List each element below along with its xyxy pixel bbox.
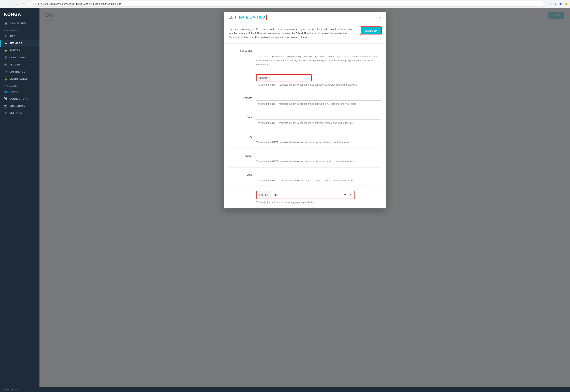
sidebar-label-connections: CONNECTIONS — [10, 98, 28, 100]
form-row-limit-by: limit by ip consumer credential ▼ The en… — [229, 187, 381, 209]
form-row-hour: hour The amount of HTTP requests the dev… — [229, 110, 381, 129]
form-row-consumer: consumer The CONSUMER ID that this plugi… — [229, 43, 381, 70]
sidebar-label-routes: ROUTES — [10, 49, 20, 52]
browser-chrome: ← → ↻ ⌂ 不安全 172.16.48.185:1337/#!/servic… — [0, 0, 570, 8]
dashboard-icon: ⊞ — [4, 22, 8, 25]
consumer-label: consumer — [229, 47, 252, 52]
sidebar-section-application: APPLICATION — [0, 83, 40, 88]
sidebar-label-consumers: CONSUMERS — [10, 56, 26, 59]
modal-title: EDIT RATE LIMITING — [229, 15, 267, 19]
consumer-input[interactable] — [256, 47, 381, 53]
sidebar-item-plugins[interactable]: 🔌 PLUGINS — [0, 61, 40, 68]
limit-by-label — [229, 191, 252, 192]
consumer-field-right: The CONSUMER ID that this plugin configu… — [256, 47, 381, 66]
day-help: The amount of HTTP requests the develope… — [256, 140, 381, 144]
bottom-bar: KONGA 0.14.9 — [0, 387, 570, 392]
browser-ext-icon1[interactable]: ● — [554, 2, 557, 6]
modal-close-button[interactable]: × — [379, 15, 381, 19]
second-input-label: second — [257, 75, 271, 81]
form-row-month: month The amount of HTTP requests the de… — [229, 149, 381, 168]
sidebar-item-dashboard[interactable]: ⊞ DASHBOARD — [0, 20, 40, 27]
month-label: month — [229, 153, 252, 157]
limit-by-select-row: limit by ip consumer credential ▼ — [256, 191, 355, 199]
sidebar-label-plugins: PLUGINS — [10, 63, 21, 66]
services-icon: ☁ — [4, 42, 8, 45]
form-section: consumer The CONSUMER ID that this plugi… — [224, 43, 386, 209]
sidebar-label-info: INFO — [10, 35, 15, 38]
modal-description-section: Rate limit how many HTTP requests a deve… — [224, 23, 386, 43]
second-input-row: second — [256, 74, 312, 82]
year-label: year — [229, 171, 252, 176]
consumers-icon: 👤 — [4, 56, 8, 59]
sidebar-label-upstreams: UPSTREAMS — [10, 70, 25, 73]
sidebar-item-users[interactable]: 👥 USERS — [0, 88, 40, 95]
minute-field-right: The amount of HTTP requests the develope… — [256, 95, 381, 106]
sidebar-label-certificates: CERTIFICATES — [10, 78, 28, 80]
limit-by-field-right: limit by ip consumer credential ▼ The en… — [256, 191, 381, 204]
sidebar-item-services[interactable]: ☁ SERVICES — [0, 40, 40, 47]
home-button[interactable]: ⌂ — [21, 1, 26, 6]
plugins-icon: 🔌 — [4, 63, 8, 66]
sidebar-item-routes[interactable]: ⚡ ROUTES — [0, 47, 40, 54]
sidebar-item-settings[interactable]: ⚙ SETTINGS — [0, 110, 40, 116]
minute-input[interactable] — [256, 95, 381, 100]
sidebar-item-certificates[interactable]: 🔒 CERTIFICATES — [0, 75, 40, 83]
month-help: The amount of HTTP requests the develope… — [256, 160, 381, 164]
app-logo: KONGA — [0, 8, 40, 20]
chevron-down-icon: ▼ — [347, 192, 354, 198]
second-field-right: second The amount of HTTP requests the d… — [256, 74, 381, 87]
form-row-second: second The amount of HTTP requests the d… — [229, 70, 381, 91]
form-row-day: day The amount of HTTP requests the deve… — [229, 129, 381, 149]
second-label — [229, 74, 252, 76]
main-content: + ADD Ser services EDIT RATE LIMITING × — [40, 8, 570, 387]
security-label: 不安全 — [30, 2, 37, 5]
day-label: day — [229, 133, 252, 138]
browser-ext-icon3[interactable]: 🔔 — [564, 2, 568, 6]
upstreams-icon: ↗ — [4, 70, 8, 73]
year-input[interactable] — [256, 171, 381, 177]
sidebar: KONGA ⊞ DASHBOARD API GATEWAY ℹ INFO ☁ S… — [0, 8, 40, 387]
hour-input[interactable] — [256, 114, 381, 120]
month-input[interactable] — [256, 153, 381, 158]
back-button[interactable]: ← — [2, 1, 7, 6]
modal-header: EDIT RATE LIMITING × — [224, 12, 386, 23]
address-bar[interactable]: 不安全 172.16.48.185:1337/#!/services/6c4d4… — [28, 1, 545, 7]
limit-by-select[interactable]: ip consumer credential — [271, 191, 347, 198]
certificates-icon: 🔒 — [4, 77, 8, 81]
settings-icon: ⚙ — [4, 112, 8, 114]
connections-icon: 📡 — [4, 97, 8, 100]
forward-button[interactable]: → — [9, 1, 14, 6]
version-label: KONGA 0.14.9 — [4, 389, 18, 391]
reload-button[interactable]: ↻ — [15, 1, 20, 6]
minute-label: minute — [229, 95, 252, 99]
modal-title-plugin: RATE LIMITING — [238, 14, 267, 20]
sidebar-section-api-gateway: API GATEWAY — [0, 27, 40, 33]
routes-icon: ⚡ — [4, 49, 8, 52]
users-icon: 👥 — [4, 90, 8, 93]
modal-title-edit: EDIT — [229, 15, 238, 19]
day-field-right: The amount of HTTP requests the develope… — [256, 133, 381, 144]
modal-body: Rate limit how many HTTP requests a deve… — [224, 23, 386, 209]
browser-ext-icon2[interactable]: ⬟ — [558, 2, 562, 6]
day-input[interactable] — [256, 133, 381, 139]
url-text: 172.16.48.185:1337/#!/services/6c4d485b-… — [38, 2, 121, 5]
second-help: The amount of HTTP requests the develope… — [256, 83, 381, 87]
sidebar-label-settings: SETTINGS — [10, 112, 22, 114]
second-input[interactable] — [271, 75, 311, 81]
snapshots-icon: 📷 — [4, 104, 8, 108]
sidebar-label-services: SERVICES — [10, 42, 22, 45]
enabled-button[interactable]: ENABLED — [361, 27, 381, 34]
sidebar-item-consumers[interactable]: 👤 CONSUMERS — [0, 54, 40, 61]
sidebar-item-upstreams[interactable]: ↗ UPSTREAMS — [0, 68, 40, 75]
limit-by-select-label: limit by — [257, 191, 271, 198]
sidebar-item-connections[interactable]: 📡 CONNECTIONS — [0, 95, 40, 102]
form-row-year: year The amount of HTTP requests the dev… — [229, 168, 381, 187]
sidebar-item-snapshots[interactable]: 📷 SNAPSHOTS — [0, 102, 40, 110]
sidebar-label-users: USERS — [10, 90, 18, 93]
bookmark-icon[interactable]: ☆ — [548, 2, 552, 6]
modal-description-text: Rate limit how many HTTP requests a deve… — [229, 27, 357, 40]
form-row-minute: minute The amount of HTTP requests the d… — [229, 91, 381, 110]
sidebar-item-info[interactable]: ℹ INFO — [0, 33, 40, 40]
edit-rate-limiting-modal: EDIT RATE LIMITING × Rate limit how many… — [224, 12, 386, 209]
year-field-right: The amount of HTTP requests the develope… — [256, 171, 381, 182]
